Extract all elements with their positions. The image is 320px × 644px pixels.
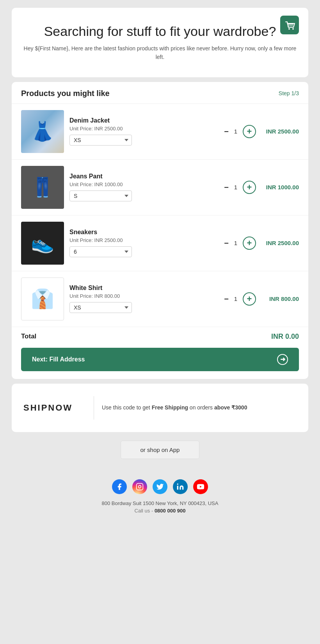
promo-card: SHIPNOW Use this code to get Free Shippi… — [12, 384, 308, 432]
product-list: Denim JacketUnit Price: INR 2500.00XSSML… — [12, 104, 308, 327]
shop-on-app-button[interactable]: or shop on App — [121, 441, 200, 459]
product-price-0: INR 2500.00 — [260, 128, 299, 135]
product-unit-price-1: Unit Price: INR 1000.00 — [69, 181, 219, 187]
product-size-select-1[interactable]: XSSMLXL — [69, 190, 132, 201]
youtube-icon[interactable] — [193, 479, 208, 494]
promo-bold1: Free Shipping — [152, 404, 188, 411]
qty-minus-2[interactable]: − — [224, 239, 229, 247]
promo-bold2: above ₹3000 — [214, 404, 247, 411]
product-info-0: Denim JacketUnit Price: INR 2500.00XSSML… — [69, 117, 219, 146]
qty-value-1: 1 — [233, 184, 239, 190]
products-section-title: Products you might like — [21, 89, 110, 98]
svg-rect-5 — [137, 483, 143, 490]
products-header: Products you might like Step 1/3 — [12, 82, 308, 104]
svg-rect-0 — [280, 16, 299, 34]
product-name-1: Jeans Pant — [69, 173, 219, 180]
svg-point-1 — [288, 28, 290, 30]
qty-plus-1[interactable]: + — [243, 181, 256, 194]
twitter-icon[interactable] — [153, 479, 167, 494]
qty-minus-1[interactable]: − — [224, 183, 229, 191]
product-row: Denim JacketUnit Price: INR 2500.00XSSML… — [12, 104, 308, 160]
product-row: Jeans PantUnit Price: INR 1000.00XSSMLXL… — [12, 160, 308, 215]
footer-address: 800 Bordway Suit 1500 New York, NY 00042… — [12, 500, 308, 506]
qty-value-0: 1 — [233, 128, 239, 135]
promo-text: Use this code to get Free Shipping on or… — [102, 403, 297, 412]
qty-plus-2[interactable]: + — [243, 237, 256, 250]
product-name-0: Denim Jacket — [69, 117, 219, 124]
product-unit-price-2: Unit Price: INR 2500.00 — [69, 237, 219, 243]
promo-divider — [94, 396, 94, 420]
product-qty-price-0: −1+INR 2500.00 — [224, 125, 299, 138]
product-image-1 — [21, 166, 64, 209]
cart-icon — [280, 16, 299, 34]
cart-icon-wrap — [280, 16, 299, 36]
cta-label: Next: Fill Address — [32, 356, 85, 363]
promo-code: SHIPNOW — [23, 403, 86, 413]
product-size-select-0[interactable]: XSSMLXL — [69, 135, 132, 146]
product-unit-price-0: Unit Price: INR 2500.00 — [69, 126, 219, 132]
step-label: Step 1/3 — [279, 90, 299, 96]
product-qty-price-2: −1+INR 2500.00 — [224, 237, 299, 250]
product-price-2: INR 2500.00 — [260, 240, 299, 246]
product-qty-price-3: −1+INR 800.00 — [224, 292, 299, 306]
promo-prefix: Use this code to get — [102, 404, 152, 411]
product-row: White ShirtUnit Price: INR 800.00XSSMLXL… — [12, 271, 308, 327]
shop-app-label: or shop on App — [140, 447, 180, 453]
product-image-3 — [21, 278, 64, 320]
facebook-icon[interactable] — [112, 479, 127, 494]
linkedin-icon[interactable] — [173, 479, 188, 494]
qty-plus-0[interactable]: + — [243, 125, 256, 138]
total-label: Total — [21, 333, 36, 340]
product-qty-price-1: −1+INR 1000.00 — [224, 181, 299, 194]
product-name-2: Sneakers — [69, 229, 219, 236]
qty-minus-3[interactable]: − — [224, 295, 229, 303]
product-row: SneakersUnit Price: INR 2500.005678910−1… — [12, 215, 308, 271]
product-image-2 — [21, 222, 64, 265]
shop-app-section: or shop on App — [12, 437, 308, 467]
phone-number: 0800 000 900 — [155, 508, 186, 514]
qty-value-2: 1 — [233, 240, 239, 246]
product-image-0 — [21, 110, 64, 153]
products-card: Products you might like Step 1/3 Denim J… — [12, 82, 308, 379]
product-name-3: White Shirt — [69, 285, 219, 292]
instagram-icon[interactable] — [132, 479, 147, 494]
product-size-select-2[interactable]: 5678910 — [69, 246, 132, 257]
svg-point-2 — [292, 28, 294, 30]
qty-plus-3[interactable]: + — [243, 292, 256, 306]
footer: 800 Bordway Suit 1500 New York, NY 00042… — [12, 471, 308, 518]
promo-middle: on orders — [188, 404, 214, 411]
qty-value-3: 1 — [233, 295, 239, 302]
product-size-select-3[interactable]: XSSMLXL — [69, 302, 132, 313]
footer-phone: Call us - 0800 000 900 — [12, 508, 308, 514]
header-card: Searching for stuff to fit your wardrobe… — [12, 8, 308, 77]
total-row: Total INR 0.00 — [12, 327, 308, 345]
cta-arrow-icon: ➜ — [277, 354, 288, 365]
product-unit-price-3: Unit Price: INR 800.00 — [69, 293, 219, 299]
svg-point-7 — [177, 483, 178, 484]
product-price-1: INR 1000.00 — [260, 184, 299, 190]
header-title: Searching for stuff to fit your wardrobe… — [23, 23, 297, 39]
header-subtitle: Hey ${First Name}, Here are the latest f… — [23, 44, 297, 62]
qty-minus-0[interactable]: − — [224, 128, 229, 135]
product-price-3: INR 800.00 — [260, 295, 299, 302]
next-fill-address-button[interactable]: Next: Fill Address ➜ — [21, 348, 299, 371]
call-label: Call us - — [135, 508, 153, 514]
total-amount: INR 0.00 — [271, 333, 299, 341]
product-info-2: SneakersUnit Price: INR 2500.005678910 — [69, 229, 219, 257]
product-info-1: Jeans PantUnit Price: INR 1000.00XSSMLXL — [69, 173, 219, 201]
product-info-3: White ShirtUnit Price: INR 800.00XSSMLXL — [69, 285, 219, 313]
social-icons — [12, 479, 308, 494]
